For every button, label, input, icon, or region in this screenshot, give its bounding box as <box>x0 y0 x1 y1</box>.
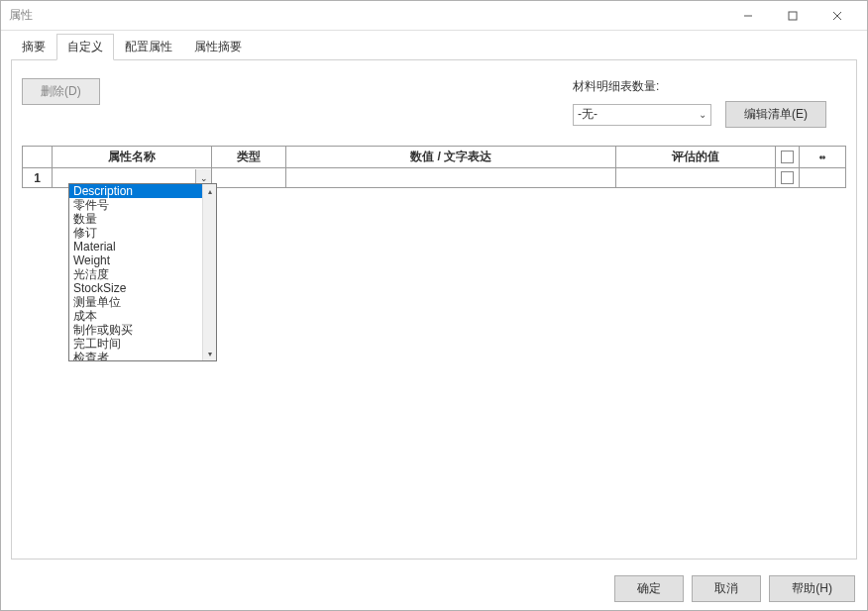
cell-value[interactable] <box>286 168 616 188</box>
col-header-link <box>799 147 845 168</box>
dropdown-item[interactable]: 检查者 <box>69 351 216 361</box>
toolbar: 删除(D) 材料明细表数量: -无- ⌄ 编辑清单(E) <box>22 78 846 128</box>
maximize-button[interactable] <box>770 1 814 30</box>
ok-button[interactable]: 确定 <box>614 575 684 602</box>
edit-list-button[interactable]: 编辑清单(E) <box>725 101 826 128</box>
scroll-track[interactable] <box>203 198 216 347</box>
col-header-value[interactable]: 数值 / 文字表达 <box>286 147 616 168</box>
minimize-button[interactable] <box>725 1 770 30</box>
content-area: 摘要 自定义 配置属性 属性摘要 删除(D) 材料明细表数量: -无- ⌄ 编辑… <box>1 31 867 567</box>
corner-cell <box>23 147 53 168</box>
svg-rect-1 <box>789 12 797 20</box>
chevron-down-icon: ⌄ <box>699 109 706 120</box>
dropdown-item[interactable]: StockSize <box>69 281 216 295</box>
bom-quantity-value: -无- <box>578 106 597 123</box>
tab-panel-custom: 删除(D) 材料明细表数量: -无- ⌄ 编辑清单(E) <box>11 60 857 560</box>
dropdown-item[interactable]: 完工时间 <box>69 337 216 351</box>
col-header-name[interactable]: 属性名称 <box>53 147 212 168</box>
header-checkbox[interactable] <box>781 151 794 163</box>
link-icon <box>804 153 841 162</box>
dropdown-item[interactable]: 修订 <box>69 226 216 240</box>
properties-table-wrap: 属性名称 类型 数值 / 文字表达 评估的值 <box>22 146 846 188</box>
maximize-icon <box>788 11 798 21</box>
bom-quantity-label: 材料明细表数量: <box>573 78 826 95</box>
tab-summary[interactable]: 摘要 <box>11 34 56 59</box>
properties-dialog: 属性 摘要 自定义 配置属性 属性摘要 删除(D) 材料明细表数量: <box>0 0 868 611</box>
cell-link[interactable] <box>799 168 845 188</box>
scroll-down-icon[interactable]: ▾ <box>203 347 216 360</box>
row-checkbox[interactable] <box>781 171 794 184</box>
tab-custom[interactable]: 自定义 <box>56 34 114 60</box>
bom-quantity-group: 材料明细表数量: -无- ⌄ 编辑清单(E) <box>573 78 826 128</box>
dropdown-item[interactable]: Weight <box>69 254 216 267</box>
dropdown-item[interactable]: 零件号 <box>69 198 216 212</box>
col-header-eval[interactable]: 评估的值 <box>616 147 776 168</box>
col-header-checkbox[interactable] <box>776 147 800 168</box>
dropdown-item[interactable]: Description <box>69 184 216 198</box>
delete-button[interactable]: 删除(D) <box>22 78 100 105</box>
dropdown-item[interactable]: 数量 <box>69 212 216 226</box>
cell-type[interactable] <box>212 168 286 188</box>
row-index[interactable]: 1 <box>23 168 53 188</box>
minimize-icon <box>743 11 753 21</box>
name-dropdown-list[interactable]: Description零件号数量修订MaterialWeight光洁度Stock… <box>68 183 217 361</box>
window-title: 属性 <box>9 7 725 24</box>
dropdown-item[interactable]: 成本 <box>69 309 216 323</box>
tab-config-props[interactable]: 配置属性 <box>114 34 183 59</box>
dropdown-item[interactable]: 测量单位 <box>69 295 216 309</box>
cell-eval <box>616 168 776 188</box>
tabstrip: 摘要 自定义 配置属性 属性摘要 <box>11 37 857 60</box>
col-header-type[interactable]: 类型 <box>212 147 286 168</box>
cancel-button[interactable]: 取消 <box>692 575 761 602</box>
help-button[interactable]: 帮助(H) <box>769 575 855 602</box>
dialog-footer: 确定 取消 帮助(H) <box>1 567 867 610</box>
dropdown-item[interactable]: 制作或购买 <box>69 323 216 337</box>
scroll-up-icon[interactable]: ▴ <box>203 184 216 198</box>
titlebar: 属性 <box>1 1 867 31</box>
properties-table: 属性名称 类型 数值 / 文字表达 评估的值 <box>22 146 846 188</box>
tab-prop-summary[interactable]: 属性摘要 <box>183 34 253 59</box>
dropdown-scrollbar[interactable]: ▴ ▾ <box>202 184 216 360</box>
table-header-row: 属性名称 类型 数值 / 文字表达 评估的值 <box>23 147 846 168</box>
cell-checkbox[interactable] <box>776 168 800 188</box>
dropdown-item[interactable]: 光洁度 <box>69 267 216 281</box>
close-button[interactable] <box>814 1 859 30</box>
bom-quantity-select[interactable]: -无- ⌄ <box>573 104 711 126</box>
close-icon <box>832 11 842 21</box>
dropdown-item[interactable]: Material <box>69 240 216 254</box>
